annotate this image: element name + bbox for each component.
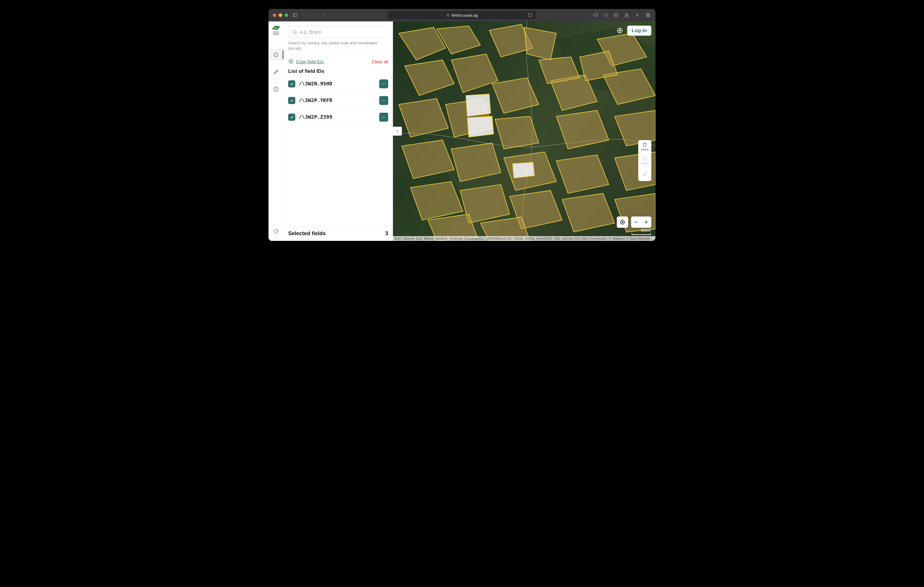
brand-line1: Global (273, 31, 279, 33)
svg-rect-18 (290, 61, 293, 64)
app-logo[interactable]: Global FieldID (269, 21, 284, 38)
fullscreen-window-button[interactable] (285, 13, 288, 17)
search-box[interactable] (288, 26, 388, 38)
svg-marker-39 (451, 143, 501, 182)
copy-field-ids-link[interactable]: Copy field IDs (288, 59, 323, 64)
update-tool[interactable]: Update (638, 154, 651, 168)
svg-rect-3 (447, 15, 449, 16)
svg-marker-36 (556, 110, 609, 149)
pencil-icon (642, 172, 647, 177)
field-checkbox[interactable] (288, 113, 295, 121)
field-list: /\3W2N.9SHD ⋯ /\3W2P.YKFR ⋯ /\3W2P.Z399 … (288, 76, 388, 125)
zoom-in-button[interactable]: + (641, 217, 651, 228)
svg-rect-19 (289, 59, 292, 62)
svg-marker-28 (524, 27, 556, 60)
field-row[interactable]: /\3W2N.9SHD ⋯ (288, 76, 388, 92)
browser-window: fieldid.varda.ag Global (269, 9, 655, 241)
brand-line2: FieldID (272, 33, 279, 35)
zoom-out-button[interactable]: − (631, 217, 641, 228)
panel-footer: Selected fields 3 (284, 226, 393, 241)
locate-button[interactable] (617, 217, 628, 228)
copy-field-ids-label: Copy field IDs (296, 59, 323, 64)
delete-tool-label: Delete (641, 148, 648, 151)
nav-back-icon[interactable] (311, 12, 317, 18)
field-row[interactable]: /\3W2P.YKFR ⋯ (288, 92, 388, 109)
browser-titlebar: fieldid.varda.ag (269, 9, 655, 21)
search-input[interactable] (300, 30, 384, 35)
icloud-icon[interactable] (592, 12, 599, 18)
globe-icon (617, 27, 623, 34)
field-overlay (393, 21, 655, 241)
svg-rect-9 (647, 14, 649, 16)
svg-marker-46 (562, 193, 614, 232)
minimize-window-button[interactable] (279, 13, 282, 17)
scale-label: 300m (641, 228, 651, 233)
svg-marker-41 (556, 155, 609, 194)
attribution-osm[interactable]: © OpenStreetMap (626, 237, 654, 240)
svg-marker-52 (466, 94, 490, 116)
update-tool-label: Update (640, 162, 649, 165)
share-icon[interactable] (623, 12, 630, 18)
address-host: fieldid.varda.ag (452, 13, 478, 18)
nav-rail: Global FieldID (269, 21, 284, 241)
map-canvas[interactable]: Log in Delete Update (393, 21, 655, 241)
sidebar-toggle-icon[interactable] (292, 12, 298, 18)
crosshair-icon (619, 219, 625, 225)
nav-info-button[interactable] (270, 83, 282, 95)
language-button[interactable] (615, 26, 624, 35)
attribution-text: Esri | Source: Esri, Maxar, GeoEye, Eart… (395, 237, 609, 240)
svg-marker-26 (451, 54, 498, 93)
field-id-label: /\3W2N.9SHD (299, 81, 333, 87)
tabs-overview-icon[interactable] (645, 12, 651, 18)
reload-icon[interactable] (527, 12, 533, 18)
improve-map-link[interactable]: Improve this map (655, 237, 655, 240)
extension-icon[interactable] (602, 12, 609, 18)
svg-rect-0 (293, 14, 297, 17)
svg-rect-8 (647, 14, 650, 17)
app-content: Global FieldID (269, 21, 655, 241)
login-button[interactable]: Log in (627, 26, 651, 36)
nav-forward-icon[interactable] (320, 12, 327, 18)
field-checkbox[interactable] (288, 97, 295, 104)
close-window-button[interactable] (273, 13, 276, 17)
nav-sync-button[interactable] (270, 225, 282, 237)
selected-fields-count: 3 (385, 230, 388, 237)
nav-fields-button[interactable] (270, 49, 282, 61)
window-controls (273, 13, 288, 17)
svg-point-60 (622, 222, 623, 223)
svg-marker-53 (467, 116, 493, 137)
field-menu-button[interactable]: ⋯ (379, 113, 388, 122)
attribution-mapbox[interactable]: © Mapbox (609, 237, 625, 240)
svg-marker-30 (399, 99, 449, 137)
field-row[interactable]: /\3W2P.Z399 ⋯ (288, 109, 388, 125)
draw-tool[interactable] (638, 168, 651, 181)
map-attribution: Esri | Source: Esri, Maxar, GeoEye, Eart… (393, 236, 655, 241)
clear-all-link[interactable]: Clear all (372, 59, 388, 64)
svg-marker-12 (274, 53, 278, 56)
svg-line-17 (295, 33, 297, 34)
search-hint: Search by country, city, postal code and… (288, 40, 388, 51)
search-icon (292, 30, 297, 35)
zoom-controls: − + (631, 217, 651, 228)
copy-icon (288, 59, 294, 64)
delete-tool[interactable]: Delete (638, 140, 651, 154)
downloads-icon[interactable] (613, 12, 619, 18)
new-tab-icon[interactable] (634, 12, 640, 18)
scale-indicator: 300m (632, 228, 651, 235)
field-menu-button[interactable]: ⋯ (379, 79, 388, 88)
field-menu-button[interactable]: ⋯ (379, 96, 388, 105)
tab-group-dropdown-icon[interactable] (301, 12, 308, 18)
fields-panel: Search by country, city, postal code and… (284, 21, 393, 241)
panel-collapse-button[interactable] (393, 127, 402, 136)
svg-marker-29 (492, 77, 539, 113)
field-id-label: /\3W2P.Z399 (299, 114, 333, 120)
field-checkbox[interactable] (288, 80, 295, 87)
trash-icon (642, 142, 647, 148)
field-id-label: /\3W2P.YKFR (299, 97, 333, 103)
map-tools: Delete Update (638, 140, 651, 181)
edit-icon (642, 156, 647, 161)
svg-point-16 (293, 30, 296, 34)
address-bar[interactable]: fieldid.varda.ag (388, 11, 536, 19)
nav-tools-button[interactable] (270, 66, 282, 78)
svg-marker-54 (513, 162, 535, 178)
